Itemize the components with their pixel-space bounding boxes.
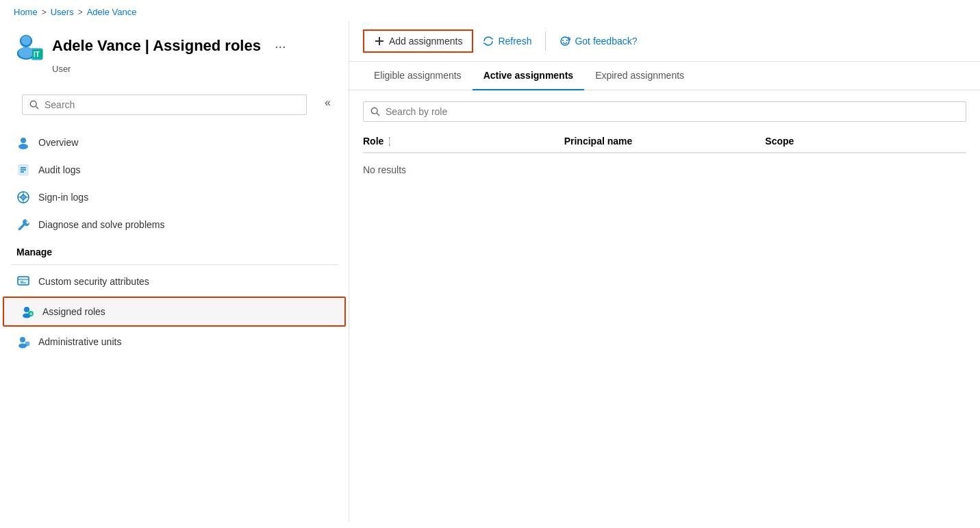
column-principal-name: Principal name bbox=[564, 136, 766, 147]
column-role[interactable]: Role ↑ ↓ bbox=[363, 136, 564, 147]
content-body: Role ↑ ↓ Principal name Scope No results bbox=[349, 90, 980, 522]
sidebar-item-signin-logs[interactable]: Sign-in logs bbox=[0, 184, 349, 211]
svg-point-12 bbox=[30, 101, 36, 107]
svg-text:+: + bbox=[29, 311, 33, 317]
breadcrumb: Home > Users > Adele Vance bbox=[0, 0, 980, 21]
sidebar-item-admin-units[interactable]: Administrative units bbox=[0, 328, 349, 355]
tab-active-assignments[interactable]: Active assignments bbox=[473, 62, 585, 90]
sidebar-search-row: « bbox=[0, 88, 349, 123]
svg-text:IT: IT bbox=[34, 51, 40, 58]
custom-security-label: Custom security attributes bbox=[38, 276, 149, 287]
svg-point-14 bbox=[21, 138, 26, 143]
svg-line-42 bbox=[377, 113, 379, 116]
role-search-input[interactable] bbox=[386, 106, 959, 117]
svg-rect-33 bbox=[25, 342, 29, 346]
tab-expired-assignments[interactable]: Expired assignments bbox=[584, 62, 695, 90]
breadcrumb-sep-2: > bbox=[78, 8, 83, 17]
more-options-button[interactable]: ··· bbox=[275, 38, 286, 54]
tab-eligible-assignments[interactable]: Eligible assignments bbox=[363, 62, 473, 90]
svg-rect-23 bbox=[18, 277, 29, 285]
svg-point-15 bbox=[18, 144, 28, 149]
signin-icon bbox=[16, 190, 30, 204]
manage-divider bbox=[11, 264, 338, 265]
table-divider bbox=[363, 153, 966, 153]
sidebar-item-overview[interactable]: Overview bbox=[0, 129, 349, 156]
sidebar-item-audit-logs[interactable]: Audit logs bbox=[0, 156, 349, 184]
user-nav-icon bbox=[16, 136, 30, 149]
assigned-roles-label: Assigned roles bbox=[42, 306, 105, 317]
sidebar-header: IT Adele Vance | Assigned roles ··· User bbox=[0, 21, 349, 85]
sidebar-collapse-button[interactable]: « bbox=[318, 92, 338, 113]
svg-point-38 bbox=[561, 37, 569, 45]
refresh-icon bbox=[483, 36, 494, 47]
search-icon bbox=[29, 100, 39, 110]
svg-point-31 bbox=[20, 337, 25, 342]
svg-point-27 bbox=[24, 307, 29, 312]
sidebar-item-diagnose[interactable]: Diagnose and solve problems bbox=[0, 211, 349, 238]
user-avatar-icon: IT bbox=[11, 29, 44, 62]
content-area: Add assignments Refresh bbox=[349, 21, 980, 522]
sort-icon[interactable]: ↑ ↓ bbox=[388, 136, 391, 146]
breadcrumb-users[interactable]: Users bbox=[51, 7, 74, 17]
admin-units-label: Administrative units bbox=[38, 336, 121, 347]
overview-label: Overview bbox=[38, 137, 78, 148]
nav-items: Overview Audit logs bbox=[0, 126, 349, 522]
security-icon bbox=[16, 275, 30, 288]
feedback-button[interactable]: Got feedback? bbox=[550, 30, 646, 52]
role-search-box[interactable] bbox=[363, 101, 966, 122]
no-results-message: No results bbox=[363, 156, 966, 184]
toolbar-divider bbox=[545, 32, 546, 51]
user-subtitle: User bbox=[52, 64, 338, 74]
audit-logs-label: Audit logs bbox=[38, 164, 80, 175]
wrench-icon bbox=[16, 218, 30, 231]
tabs: Eligible assignments Active assignments … bbox=[349, 62, 980, 90]
breadcrumb-adele-vance[interactable]: Adele Vance bbox=[87, 7, 137, 17]
add-assignments-button[interactable]: Add assignments bbox=[363, 29, 473, 53]
refresh-label: Refresh bbox=[498, 36, 531, 47]
column-scope: Scope bbox=[765, 136, 966, 147]
sidebar-search-box[interactable] bbox=[22, 95, 307, 115]
svg-line-13 bbox=[36, 106, 38, 109]
breadcrumb-sep-1: > bbox=[42, 8, 47, 17]
svg-point-8 bbox=[21, 36, 31, 45]
svg-point-40 bbox=[566, 40, 568, 41]
sidebar-search-input[interactable] bbox=[45, 99, 299, 110]
refresh-button[interactable]: Refresh bbox=[473, 30, 541, 52]
sidebar-item-custom-security[interactable]: Custom security attributes bbox=[0, 268, 349, 295]
svg-point-9 bbox=[18, 47, 34, 58]
breadcrumb-home[interactable]: Home bbox=[14, 7, 38, 17]
svg-point-39 bbox=[562, 40, 564, 41]
sidebar-item-assigned-roles[interactable]: + Assigned roles bbox=[3, 297, 346, 327]
signin-logs-label: Sign-in logs bbox=[38, 192, 88, 203]
add-icon bbox=[374, 36, 385, 47]
diagnose-label: Diagnose and solve problems bbox=[38, 219, 164, 230]
manage-section-title: Manage bbox=[0, 238, 349, 262]
toolbar: Add assignments Refresh bbox=[349, 21, 980, 62]
table-header: Role ↑ ↓ Principal name Scope bbox=[363, 130, 966, 153]
user-header: IT Adele Vance | Assigned roles ··· bbox=[11, 29, 338, 62]
assigned-roles-icon: + bbox=[21, 305, 34, 318]
page-title: Adele Vance | Assigned roles bbox=[52, 37, 261, 54]
svg-point-41 bbox=[371, 108, 377, 114]
sidebar: IT Adele Vance | Assigned roles ··· User bbox=[0, 21, 349, 522]
add-assignments-label: Add assignments bbox=[389, 36, 462, 47]
feedback-icon bbox=[560, 36, 570, 47]
audit-icon bbox=[16, 163, 30, 177]
user-title-group: Adele Vance | Assigned roles bbox=[52, 37, 261, 55]
role-search-icon bbox=[370, 107, 380, 116]
feedback-label: Got feedback? bbox=[575, 36, 637, 47]
admin-units-icon bbox=[16, 335, 30, 349]
